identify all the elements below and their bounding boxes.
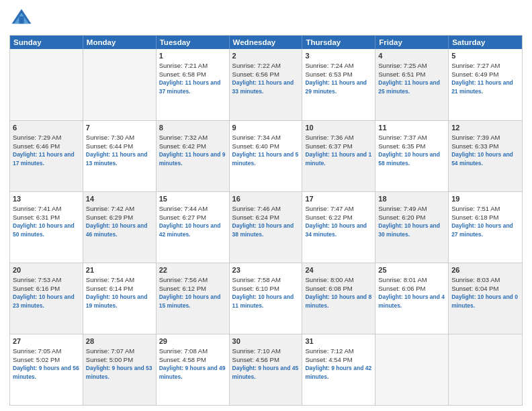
sunset-text: Sunset: 6:53 PM (305, 71, 352, 78)
calendar-cell-22: 22Sunrise: 7:56 AMSunset: 6:12 PMDayligh… (157, 263, 230, 334)
calendar-cell-28: 28Sunrise: 7:07 AMSunset: 5:00 PMDayligh… (83, 334, 157, 405)
day-number: 5 (451, 51, 519, 61)
sunset-text: Sunset: 6:27 PM (159, 214, 206, 221)
daylight-text: Daylight: 11 hours and 21 minutes. (451, 79, 513, 95)
sunset-text: Sunset: 6:18 PM (451, 214, 498, 221)
calendar-cell-empty (375, 334, 449, 405)
day-number: 4 (378, 51, 445, 61)
calendar-cell-3: 3Sunrise: 7:24 AMSunset: 6:53 PMDaylight… (302, 49, 375, 120)
calendar-cell-25: 25Sunrise: 8:01 AMSunset: 6:06 PMDayligh… (375, 263, 449, 334)
daylight-text: Daylight: 10 hours and 42 minutes. (159, 222, 221, 238)
daylight-text: Daylight: 9 hours and 53 minutes. (86, 365, 152, 380)
daylight-text: Daylight: 10 hours and 8 minutes. (305, 293, 371, 309)
daylight-text: Daylight: 10 hours and 34 minutes. (305, 222, 367, 238)
header-day-tuesday: Tuesday (157, 36, 230, 49)
header-day-wednesday: Wednesday (230, 36, 303, 49)
calendar-cell-empty (449, 334, 522, 405)
calendar-header: SundayMondayTuesdayWednesdayThursdayFrid… (10, 36, 522, 49)
calendar-body: 1Sunrise: 7:21 AMSunset: 6:58 PMDaylight… (10, 49, 522, 405)
header-day-saturday: Saturday (449, 36, 522, 49)
sunrise-text: Sunrise: 7:49 AM (378, 205, 427, 212)
daylight-text: Daylight: 11 hours and 9 minutes. (159, 151, 226, 167)
page: SundayMondayTuesdayWednesdayThursdayFrid… (0, 0, 532, 411)
sunrise-text: Sunrise: 7:21 AM (159, 62, 208, 69)
day-number: 15 (159, 194, 226, 204)
calendar-cell-12: 12Sunrise: 7:39 AMSunset: 6:33 PMDayligh… (449, 121, 522, 191)
sunrise-text: Sunrise: 7:24 AM (305, 62, 353, 69)
day-number: 23 (232, 265, 300, 275)
sunrise-text: Sunrise: 7:32 AM (159, 134, 208, 141)
sunset-text: Sunset: 6:06 PM (378, 285, 425, 292)
sunrise-text: Sunrise: 7:22 AM (232, 62, 281, 69)
day-number: 2 (232, 51, 300, 61)
sunset-text: Sunset: 4:54 PM (305, 356, 352, 363)
daylight-text: Daylight: 10 hours and 15 minutes. (159, 293, 221, 309)
calendar: SundayMondayTuesdayWednesdayThursdayFrid… (9, 35, 523, 406)
header (9, 7, 523, 31)
calendar-cell-2: 2Sunrise: 7:22 AMSunset: 6:56 PMDaylight… (230, 49, 303, 120)
sunset-text: Sunset: 6:16 PM (13, 285, 60, 292)
daylight-text: Daylight: 9 hours and 56 minutes. (13, 365, 79, 380)
calendar-cell-empty (10, 49, 83, 120)
daylight-text: Daylight: 11 hours and 13 minutes. (86, 151, 148, 167)
sunset-text: Sunset: 6:04 PM (451, 285, 498, 292)
sunrise-text: Sunrise: 7:54 AM (86, 276, 134, 283)
sunrise-text: Sunrise: 7:08 AM (159, 347, 208, 355)
sunrise-text: Sunrise: 7:27 AM (451, 62, 500, 69)
sunset-text: Sunset: 6:40 PM (232, 142, 279, 150)
day-number: 6 (13, 123, 80, 133)
logo (9, 7, 36, 31)
calendar-cell-30: 30Sunrise: 7:10 AMSunset: 4:56 PMDayligh… (230, 334, 303, 405)
day-number: 17 (305, 194, 372, 204)
sunset-text: Sunset: 6:56 PM (232, 71, 279, 78)
sunset-text: Sunset: 6:35 PM (378, 142, 425, 150)
daylight-text: Daylight: 11 hours and 25 minutes. (378, 79, 440, 95)
daylight-text: Daylight: 9 hours and 42 minutes. (305, 365, 371, 380)
daylight-text: Daylight: 10 hours and 23 minutes. (13, 293, 75, 309)
sunset-text: Sunset: 6:58 PM (159, 71, 206, 78)
day-number: 1 (159, 51, 226, 61)
calendar-cell-1: 1Sunrise: 7:21 AMSunset: 6:58 PMDaylight… (157, 49, 230, 120)
calendar-cell-7: 7Sunrise: 7:30 AMSunset: 6:44 PMDaylight… (83, 121, 157, 191)
sunrise-text: Sunrise: 7:51 AM (451, 205, 500, 212)
calendar-cell-21: 21Sunrise: 7:54 AMSunset: 6:14 PMDayligh… (83, 263, 157, 334)
sunrise-text: Sunrise: 7:34 AM (232, 134, 281, 141)
calendar-cell-17: 17Sunrise: 7:47 AMSunset: 6:22 PMDayligh… (302, 192, 375, 263)
daylight-text: Daylight: 10 hours and 4 minutes. (378, 293, 445, 309)
logo-icon (9, 7, 34, 31)
daylight-text: Daylight: 10 hours and 50 minutes. (13, 222, 75, 238)
daylight-text: Daylight: 10 hours and 58 minutes. (378, 151, 440, 167)
sunrise-text: Sunrise: 7:41 AM (13, 205, 61, 212)
sunset-text: Sunset: 6:51 PM (378, 71, 425, 78)
sunrise-text: Sunrise: 7:53 AM (13, 276, 61, 283)
sunrise-text: Sunrise: 8:00 AM (305, 276, 353, 283)
sunset-text: Sunset: 6:31 PM (13, 214, 60, 221)
sunrise-text: Sunrise: 7:37 AM (378, 134, 427, 141)
calendar-cell-23: 23Sunrise: 7:58 AMSunset: 6:10 PMDayligh… (230, 263, 303, 334)
sunrise-text: Sunrise: 7:46 AM (232, 205, 281, 212)
sunrise-text: Sunrise: 7:30 AM (86, 134, 134, 141)
calendar-cell-4: 4Sunrise: 7:25 AMSunset: 6:51 PMDaylight… (375, 49, 449, 120)
daylight-text: Daylight: 10 hours and 27 minutes. (451, 222, 513, 238)
calendar-cell-14: 14Sunrise: 7:42 AMSunset: 6:29 PMDayligh… (83, 192, 157, 263)
calendar-row-3: 20Sunrise: 7:53 AMSunset: 6:16 PMDayligh… (10, 263, 522, 334)
day-number: 14 (86, 194, 153, 204)
daylight-text: Daylight: 9 hours and 49 minutes. (159, 365, 226, 380)
sunrise-text: Sunrise: 7:47 AM (305, 205, 353, 212)
daylight-text: Daylight: 10 hours and 54 minutes. (451, 151, 513, 167)
day-number: 24 (305, 265, 372, 275)
sunset-text: Sunset: 6:12 PM (159, 285, 206, 292)
daylight-text: Daylight: 11 hours and 1 minute. (305, 151, 371, 167)
calendar-cell-16: 16Sunrise: 7:46 AMSunset: 6:24 PMDayligh… (230, 192, 303, 263)
header-day-sunday: Sunday (10, 36, 83, 49)
daylight-text: Daylight: 10 hours and 38 minutes. (232, 222, 294, 238)
day-number: 21 (86, 265, 153, 275)
sunset-text: Sunset: 6:08 PM (305, 285, 352, 292)
sunset-text: Sunset: 6:24 PM (232, 214, 279, 221)
sunrise-text: Sunrise: 8:01 AM (378, 276, 427, 283)
day-number: 20 (13, 265, 80, 275)
sunset-text: Sunset: 4:56 PM (232, 356, 279, 363)
sunrise-text: Sunrise: 7:36 AM (305, 134, 353, 141)
sunset-text: Sunset: 6:10 PM (232, 285, 279, 292)
day-number: 12 (451, 123, 519, 133)
